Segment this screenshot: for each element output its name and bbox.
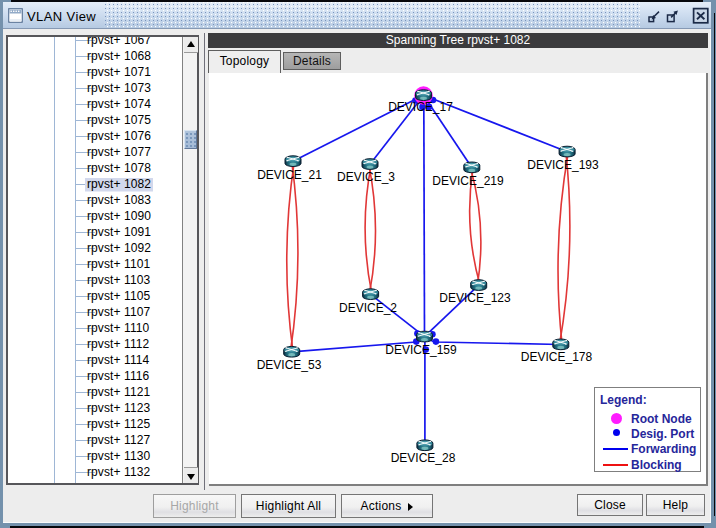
svg-text:DEVICE_219: DEVICE_219 (432, 174, 504, 188)
svg-text:DEVICE_193: DEVICE_193 (527, 158, 599, 172)
svg-text:DEVICE_53: DEVICE_53 (257, 358, 322, 372)
svg-text:DEVICE_28: DEVICE_28 (391, 451, 456, 465)
svg-text:DEVICE_2: DEVICE_2 (339, 301, 397, 315)
svg-text:DEVICE_3: DEVICE_3 (337, 170, 395, 184)
svg-text:DEVICE_178: DEVICE_178 (521, 350, 593, 364)
svg-text:DEVICE_123: DEVICE_123 (439, 291, 511, 305)
svg-text:DEVICE_17: DEVICE_17 (388, 100, 453, 114)
svg-text:DEVICE_21: DEVICE_21 (257, 168, 322, 182)
svg-text:DEVICE_159: DEVICE_159 (385, 343, 457, 357)
